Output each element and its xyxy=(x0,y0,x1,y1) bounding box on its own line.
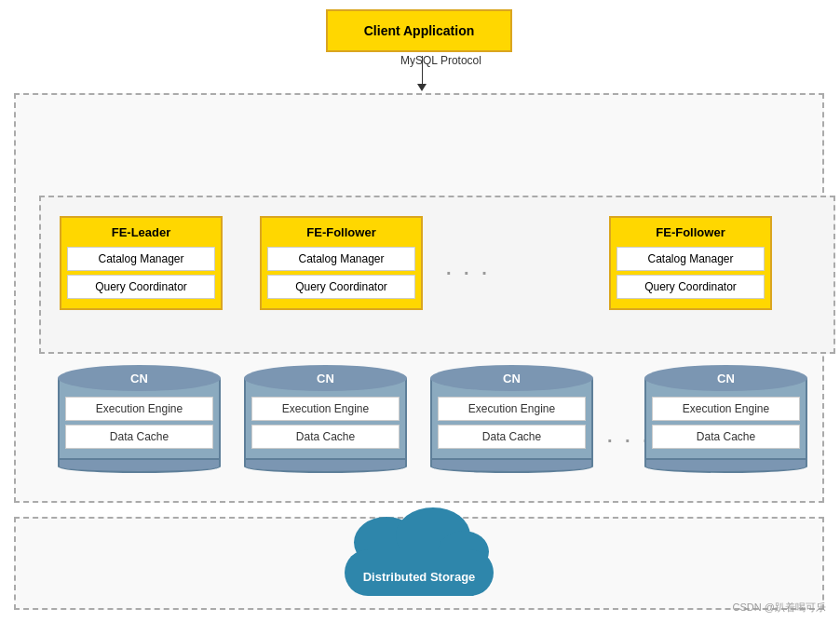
mysql-protocol-label: MySQL Protocol xyxy=(400,54,481,67)
fe-follower1-catalog: Catalog Manager xyxy=(267,247,415,271)
cn-engine-3: Execution Engine xyxy=(438,397,586,421)
client-application-box: Client Application xyxy=(326,9,512,52)
client-application-label: Client Application xyxy=(364,23,474,38)
arrow-head xyxy=(417,84,427,91)
cn-bottom-2 xyxy=(244,460,407,473)
cn-top-2: CN xyxy=(244,365,407,391)
cn-box-4: CN Execution Engine Data Cache xyxy=(644,365,807,473)
cn-engine-1: Execution Engine xyxy=(65,397,213,421)
storage-section: Distributed Storage xyxy=(14,517,824,610)
cn-cache-3: Data Cache xyxy=(438,425,586,449)
cn-bottom-4 xyxy=(644,460,807,473)
cn-engine-2: Execution Engine xyxy=(251,397,400,421)
cn-label-4: CN xyxy=(717,372,735,385)
cn-section: CN Execution Engine Data Cache CN E xyxy=(39,365,835,509)
fe-leader-title: FE-Leader xyxy=(67,223,215,241)
distributed-storage-cloud: Distributed Storage xyxy=(326,526,512,601)
cylinder-2: CN Execution Engine Data Cache xyxy=(244,365,407,473)
fe-follower2-catalog: Catalog Manager xyxy=(616,247,765,271)
fe-leader-catalog: Catalog Manager xyxy=(67,247,215,271)
fe-follower2-query: Query Coordinator xyxy=(616,275,765,299)
fe-follower2-title: FE-Follower xyxy=(616,223,765,241)
cn-top-4: CN xyxy=(644,365,807,391)
cn-box-1: CN Execution Engine Data Cache xyxy=(58,365,221,473)
fe-follower1-query: Query Coordinator xyxy=(267,275,415,299)
storage-label: Distributed Storage xyxy=(326,570,512,584)
fe-leader-query: Query Coordinator xyxy=(67,275,215,299)
arrow-line xyxy=(422,56,423,84)
cn-label-1: CN xyxy=(130,372,148,385)
cn-cache-1: Data Cache xyxy=(65,425,213,449)
cn-cache-4: Data Cache xyxy=(652,425,800,449)
fe-follower1-title: FE-Follower xyxy=(267,223,415,241)
cn-bottom-3 xyxy=(430,460,593,473)
cn-engine-4: Execution Engine xyxy=(652,397,800,421)
cn-label-2: CN xyxy=(317,372,334,385)
cylinder-1: CN Execution Engine Data Cache xyxy=(58,365,221,473)
fe-follower1-box: FE-Follower Catalog Manager Query Coordi… xyxy=(260,216,423,310)
cn-cache-2: Data Cache xyxy=(251,425,400,449)
cylinder-4: CN Execution Engine Data Cache xyxy=(644,365,807,473)
cn-box-2: CN Execution Engine Data Cache xyxy=(244,365,407,473)
fe-leader-box: FE-Leader Catalog Manager Query Coordina… xyxy=(60,216,223,310)
cn-box-3: CN Execution Engine Data Cache xyxy=(430,365,593,473)
diagram: Client Application MySQL Protocol FE-Lea… xyxy=(0,0,840,622)
fe-section: FE-Leader Catalog Manager Query Coordina… xyxy=(39,196,835,354)
watermark: CSDN @趴着喝可乐 xyxy=(733,601,826,615)
fe-dots: · · · xyxy=(446,263,491,284)
cn-top-3: CN xyxy=(430,365,593,391)
starrocks-box: FE-Leader Catalog Manager Query Coordina… xyxy=(14,93,824,503)
arrow-down xyxy=(417,56,427,91)
cylinder-3: CN Execution Engine Data Cache xyxy=(430,365,593,473)
fe-follower2-box: FE-Follower Catalog Manager Query Coordi… xyxy=(609,216,772,310)
cn-top-1: CN xyxy=(58,365,221,391)
cn-bottom-1 xyxy=(58,460,221,473)
cn-label-3: CN xyxy=(503,372,521,385)
